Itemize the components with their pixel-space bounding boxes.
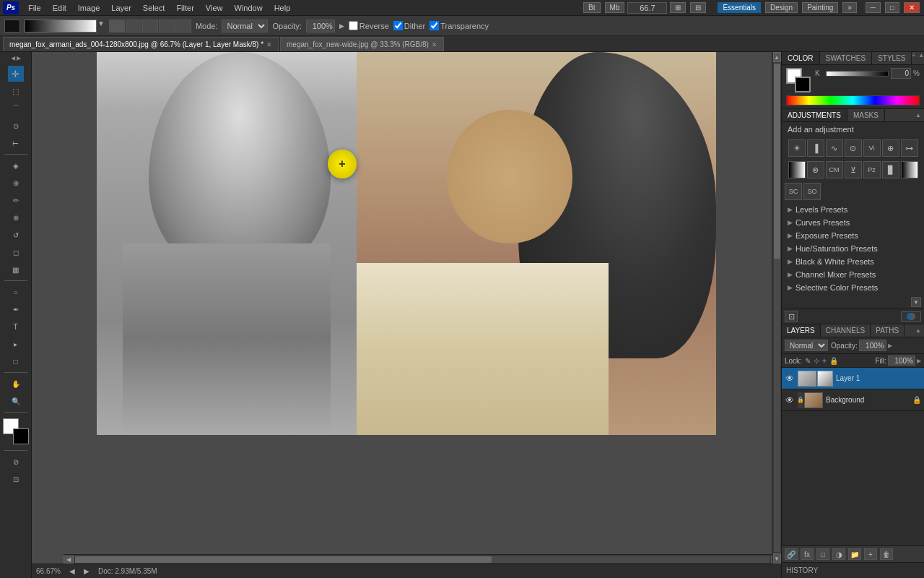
new-group-btn[interactable]: 📁 (848, 548, 861, 560)
clone-tool[interactable]: ⊗ (8, 210, 24, 225)
menu-layer[interactable]: Layer (106, 2, 136, 14)
tab-swatches[interactable]: SWATCHES (820, 52, 873, 64)
lasso-tool[interactable]: ⌒ (8, 100, 24, 116)
path-select-tool[interactable]: ▸ (8, 336, 24, 352)
scroll-left-btn[interactable]: ◀ (64, 556, 74, 564)
tab-styles[interactable]: STYLES (872, 52, 912, 64)
shape-tool[interactable]: □ (8, 353, 24, 369)
layer-item-1[interactable]: 👁 Layer 1 (782, 368, 924, 389)
zoom-input[interactable] (627, 2, 667, 14)
selective-color-icon[interactable]: SC (785, 183, 802, 200)
vibrance-icon[interactable]: Vi (863, 139, 881, 157)
gradient-tool[interactable]: ▦ (8, 262, 24, 277)
essentials-btn[interactable]: Essentials (718, 2, 761, 13)
link-layers-btn[interactable]: 🔗 (785, 548, 798, 560)
tab-adjustments[interactable]: ADJUSTMENTS (782, 109, 847, 121)
menu-view[interactable]: View (201, 2, 228, 14)
move-tool[interactable]: ✛ (8, 66, 24, 82)
tab-masks[interactable]: MASKS (847, 109, 885, 121)
transparency-checkbox[interactable] (430, 21, 439, 30)
pen-tool[interactable]: ✒ (8, 301, 24, 317)
gradient-radial-btn[interactable] (126, 20, 141, 33)
menu-help[interactable]: Help (269, 2, 296, 14)
layers-panel-collapse[interactable]: ▲ (912, 327, 924, 334)
eyedropper-tool[interactable]: ◈ (8, 158, 24, 173)
btn-bt[interactable]: Bt (583, 2, 600, 13)
tab-channels[interactable]: CHANNELS (821, 324, 871, 337)
background-swatch[interactable] (795, 77, 811, 92)
preset-selective-color[interactable]: ▶ Selective Color Presets (782, 281, 924, 294)
menu-file[interactable]: File (23, 2, 46, 14)
hand-tool[interactable]: ✋ (8, 376, 24, 392)
arrange-btn[interactable]: ⊟ (690, 2, 706, 13)
fill-input[interactable] (888, 355, 915, 366)
quick-select-tool[interactable]: ⊙ (8, 118, 24, 134)
smart-object-icon[interactable]: SO (803, 183, 821, 200)
tab-0-close[interactable]: ✕ (266, 41, 272, 48)
canvas-options-btn[interactable]: ⊞ (670, 2, 686, 13)
photo-filter-icon[interactable]: ⊗ (807, 161, 824, 178)
dither-checkbox-label[interactable]: Dither (393, 21, 425, 30)
lock-all-icon[interactable]: 🔒 (829, 357, 838, 365)
dither-checkbox[interactable] (393, 21, 403, 30)
color-spectrum-bar[interactable] (786, 95, 920, 105)
h-scrollbar-thumb[interactable] (75, 556, 492, 563)
tab-color[interactable]: COLOR (782, 52, 820, 64)
h-scrollbar[interactable]: ◀ ▶ (64, 554, 781, 564)
add-mask-btn[interactable]: □ (816, 548, 829, 560)
fill-arrow[interactable]: ▶ (917, 358, 921, 364)
color-balance-icon[interactable]: ⊶ (901, 139, 918, 157)
threshold-icon[interactable]: ▊ (882, 161, 899, 178)
lock-pixels-icon[interactable]: ✎ (805, 357, 811, 365)
quick-mask-btn[interactable]: ⊘ (8, 454, 24, 470)
h-scrollbar-track[interactable] (75, 556, 770, 563)
channel-mixer-icon[interactable]: CM (826, 161, 843, 178)
background-color[interactable] (13, 428, 29, 444)
menu-select[interactable]: Select (138, 2, 170, 14)
more-workspaces-btn[interactable]: » (842, 2, 857, 13)
history-brush-tool[interactable]: ↺ (8, 227, 24, 243)
dodge-tool[interactable]: ○ (8, 284, 24, 300)
scroll-down-btn[interactable]: ▼ (773, 553, 781, 564)
reverse-checkbox[interactable] (349, 21, 358, 30)
gradient-diamond-btn[interactable] (175, 20, 191, 33)
toolbar-collapse-right[interactable]: ▶ (17, 55, 21, 61)
spot-heal-tool[interactable]: ⊕ (8, 175, 24, 191)
layer-bg-visibility[interactable]: 👁 (785, 395, 795, 405)
fg-bg-colors[interactable] (3, 418, 29, 444)
blend-mode-select[interactable]: Normal Multiply Screen (785, 340, 828, 351)
new-layer-btn[interactable]: + (864, 548, 877, 560)
color-swatches[interactable] (786, 68, 811, 92)
gradient-tool-icon[interactable] (4, 20, 20, 33)
invert-icon[interactable]: ⊻ (845, 161, 862, 178)
hue-sat-icon[interactable]: ⊕ (882, 139, 899, 157)
adj-scroll-down-btn[interactable]: ▼ (911, 297, 921, 307)
posterize-icon[interactable]: Pz (863, 161, 881, 178)
gradient-dropdown-arrow[interactable]: ▼ (97, 20, 105, 33)
adj-panel-collapse[interactable]: ▲ (912, 112, 924, 118)
menu-image[interactable]: Image (73, 2, 105, 14)
screen-mode-btn[interactable]: ⊡ (8, 471, 24, 487)
scroll-up-btn[interactable]: ▲ (773, 52, 781, 62)
minimize-btn[interactable]: ─ (866, 2, 881, 13)
preset-curves[interactable]: ▶ Curves Presets (782, 216, 924, 229)
preset-huesat[interactable]: ▶ Hue/Saturation Presets (782, 242, 924, 255)
k-slider-track[interactable] (826, 71, 889, 77)
v-scrollbar[interactable]: ▲ ▼ (772, 52, 781, 564)
toolbar-collapse-left[interactable]: ◀ (11, 55, 15, 61)
opacity-input[interactable] (859, 340, 886, 351)
zoom-tool[interactable]: 🔍 (8, 393, 24, 409)
gradient-reflect-btn[interactable] (159, 20, 175, 33)
nav-next-btn[interactable]: ▶ (84, 567, 90, 575)
tab-1[interactable]: megan_fox_new-wide.jpg @ 33.3% (RGB/8) ✕ (280, 37, 444, 51)
type-tool[interactable]: T (8, 319, 24, 335)
new-adj-layer-btn[interactable]: ◑ (832, 548, 845, 560)
tab-0[interactable]: megan_fox_armani_ads_004-924x578.jpg @ … (3, 37, 279, 51)
k-value-input[interactable] (891, 68, 911, 79)
preset-bw[interactable]: ▶ Black & White Presets (782, 255, 924, 268)
preset-channel-mixer[interactable]: ▶ Channel Mixer Presets (782, 268, 924, 281)
gradient-preview[interactable] (25, 20, 97, 33)
layer-fx-btn[interactable]: fx (801, 548, 814, 560)
mode-select[interactable]: Normal Multiply Screen (222, 20, 268, 33)
tab-1-close[interactable]: ✕ (432, 41, 437, 48)
